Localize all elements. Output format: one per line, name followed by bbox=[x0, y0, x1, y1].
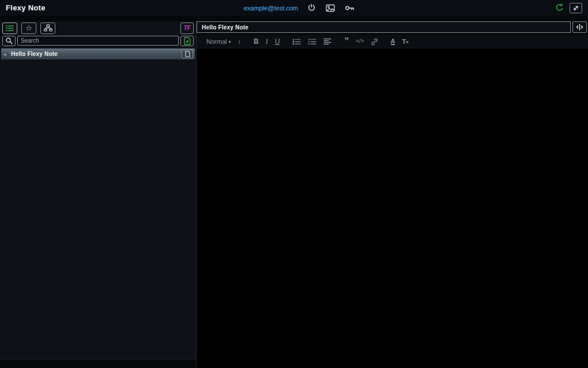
size-button[interactable]: ↕ bbox=[238, 38, 241, 45]
sidebar-footer bbox=[0, 359, 196, 368]
favorites-view-button[interactable]: ☆ bbox=[21, 22, 36, 34]
sidebar-empty-area bbox=[0, 59, 196, 359]
editor-title-box: Hello Flexy Note bbox=[197, 21, 571, 33]
sidebar-toolbar: ☆ TF bbox=[0, 21, 196, 35]
image-icon bbox=[326, 4, 335, 12]
link-button[interactable] bbox=[371, 38, 378, 46]
editor-titlebar: Hello Flexy Note bbox=[197, 21, 588, 33]
new-note-button[interactable] bbox=[180, 36, 194, 46]
new-note-icon bbox=[184, 37, 191, 45]
chevron-down-icon: ▾ bbox=[228, 39, 231, 44]
list-view-button[interactable] bbox=[2, 22, 17, 34]
code-button[interactable]: </> bbox=[356, 39, 363, 44]
sidebar: ☆ TF bbox=[0, 21, 197, 368]
toolbar-group-format: Normal ▾ ↕ bbox=[206, 38, 241, 45]
main-body: ☆ TF bbox=[0, 16, 588, 368]
text-format-label: TF bbox=[183, 25, 190, 31]
fullscreen-button[interactable] bbox=[570, 3, 582, 13]
ordered-list-icon bbox=[292, 38, 301, 45]
header-center: example@test.com bbox=[46, 3, 553, 13]
size-icon: ↕ bbox=[238, 38, 241, 45]
split-pane-icon bbox=[576, 24, 583, 31]
text-format-button[interactable]: TF bbox=[180, 22, 194, 34]
search-button[interactable] bbox=[2, 36, 16, 46]
app-title: Flexy Note bbox=[6, 3, 46, 12]
italic-button[interactable]: I bbox=[266, 37, 268, 46]
search-icon bbox=[5, 37, 13, 44]
editor-title: Hello Flexy Note bbox=[202, 24, 248, 31]
editor-panel: Hello Flexy Note Normal bbox=[197, 21, 588, 368]
split-pane-button[interactable] bbox=[572, 21, 587, 33]
fullscreen-icon bbox=[572, 5, 579, 12]
toolbar-group-color: A Tx bbox=[391, 38, 409, 45]
user-email-link[interactable]: example@test.com bbox=[244, 5, 298, 12]
underline-button[interactable]: U bbox=[275, 37, 280, 46]
search-row bbox=[0, 35, 196, 47]
search-input[interactable] bbox=[17, 36, 179, 46]
clear-format-button[interactable]: Tx bbox=[402, 38, 408, 45]
star-icon: ☆ bbox=[25, 24, 32, 32]
note-document-button[interactable] bbox=[182, 50, 193, 58]
header-right bbox=[553, 3, 582, 13]
blockquote-button[interactable]: ” bbox=[344, 38, 349, 45]
text-color-button[interactable]: A bbox=[391, 38, 395, 45]
document-icon bbox=[185, 51, 190, 57]
key-icon bbox=[345, 5, 355, 12]
clear-format-t: T bbox=[402, 38, 406, 45]
bullet-list-icon bbox=[308, 38, 316, 45]
tree-icon bbox=[44, 24, 52, 32]
power-icon bbox=[307, 3, 316, 12]
format-select[interactable]: Normal ▾ bbox=[206, 38, 231, 45]
note-list: ▸ Hello Flexy Note bbox=[0, 48, 196, 59]
align-button[interactable] bbox=[323, 38, 331, 45]
sync-icon bbox=[555, 3, 564, 12]
bold-button[interactable]: B bbox=[254, 37, 259, 46]
api-key-button[interactable] bbox=[344, 3, 355, 13]
list-item[interactable]: ▸ Hello Flexy Note bbox=[1, 48, 195, 59]
ordered-list-button[interactable] bbox=[292, 38, 301, 45]
align-icon bbox=[323, 38, 331, 45]
toolbar-group-lists bbox=[292, 38, 331, 45]
sync-button[interactable] bbox=[553, 3, 565, 13]
logout-button[interactable] bbox=[306, 3, 317, 13]
format-label: Normal bbox=[206, 38, 227, 45]
app-window: Flexy Note example@test.com bbox=[0, 0, 588, 368]
clear-format-x: x bbox=[406, 39, 408, 44]
note-title: Hello Flexy Note bbox=[11, 51, 179, 57]
expander-icon: ▸ bbox=[3, 51, 8, 57]
list-icon bbox=[6, 25, 14, 32]
header-bar: Flexy Note example@test.com bbox=[0, 0, 588, 16]
link-icon bbox=[371, 38, 378, 46]
toolbar-group-insert: ” </> bbox=[344, 38, 378, 46]
tree-view-button[interactable] bbox=[40, 22, 55, 34]
editor-text-area[interactable] bbox=[197, 48, 588, 368]
editor-toolbar: Normal ▾ ↕ B I U bbox=[197, 35, 588, 48]
toolbar-group-style: B I U bbox=[254, 37, 280, 46]
export-image-button[interactable] bbox=[325, 3, 336, 13]
bullet-list-button[interactable] bbox=[308, 38, 316, 45]
